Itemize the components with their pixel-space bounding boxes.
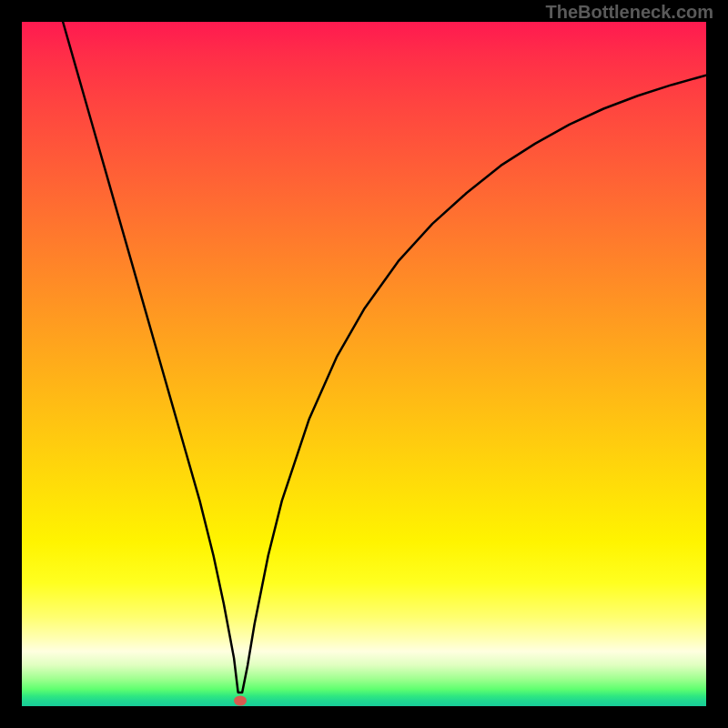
bottleneck-curve [22, 22, 706, 706]
optimal-point-marker [234, 695, 247, 705]
watermark-text: TheBottleneck.com [546, 2, 713, 23]
chart-container: TheBottleneck.com [0, 0, 728, 728]
plot-area [22, 22, 706, 706]
